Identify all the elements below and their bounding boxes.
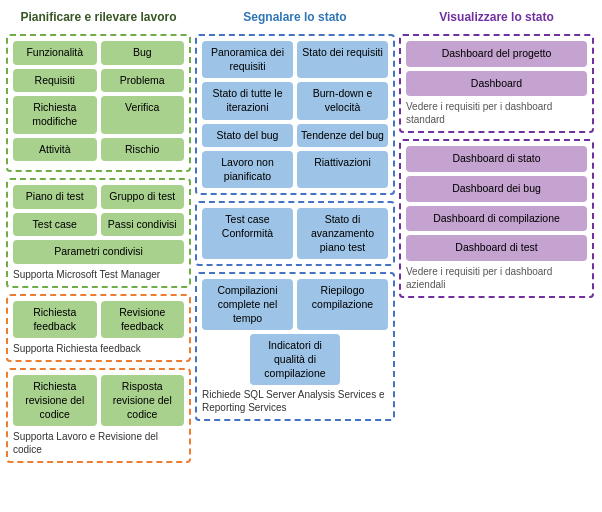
pill-dashboard[interactable]: Dashboard <box>406 71 587 97</box>
indicatori-wrapper: Indicatori di qualità di compilazione <box>202 334 388 385</box>
section-standard-dashboards: Dashboard del progetto Dashboard Vedere … <box>399 34 594 133</box>
pill-bug[interactable]: Bug <box>101 41 185 65</box>
section-test-reports: Test case Conformità Stato di avanzament… <box>195 201 395 266</box>
pill-parametri-condivisi[interactable]: Parametri condivisi <box>13 240 184 264</box>
pill-richiesta-modifiche[interactable]: Richiesta modifiche <box>13 96 97 133</box>
pill-test-case-conformita[interactable]: Test case Conformità <box>202 208 293 259</box>
pill-dashboard-progetto[interactable]: Dashboard del progetto <box>406 41 587 67</box>
col-visualizzare: Visualizzare lo stato Dashboard del prog… <box>399 6 594 469</box>
pill-attivita[interactable]: Attività <box>13 138 97 162</box>
build-reports-note: Richiede SQL Server Analysis Services e … <box>202 388 388 414</box>
col2-header: Segnalare lo stato <box>195 6 395 28</box>
test-reports-grid: Test case Conformità Stato di avanzament… <box>202 208 388 259</box>
section-work-items: Funzionalità Bug Requisiti Problema Rich… <box>6 34 191 172</box>
pill-problema[interactable]: Problema <box>101 69 185 93</box>
code-review-note: Supporta Lavoro e Revisione del codice <box>13 430 184 456</box>
feedback-grid: Richiesta feedback Revisione feedback <box>13 301 184 338</box>
build-reports-grid: Compilazioni complete nel tempo Riepilog… <box>202 279 388 330</box>
reports-grid: Panoramica dei requisiti Stato dei requi… <box>202 41 388 188</box>
section-test: Piano di test Gruppo di test Test case P… <box>6 178 191 288</box>
pill-stato-requisiti[interactable]: Stato dei requisiti <box>297 41 388 78</box>
pill-tendenze-bug[interactable]: Tendenze del bug <box>297 124 388 148</box>
code-review-grid: Richiesta revisione del codice Risposta … <box>13 375 184 426</box>
section-feedback: Richiesta feedback Revisione feedback Su… <box>6 294 191 362</box>
col1-header: Pianificare e rilevare lavoro <box>6 6 191 28</box>
business-dashboards-note: Vedere i requisiti per i dashboard azien… <box>406 265 587 291</box>
pill-requisiti[interactable]: Requisiti <box>13 69 97 93</box>
pill-panoramica-requisiti[interactable]: Panoramica dei requisiti <box>202 41 293 78</box>
pill-gruppo-di-test[interactable]: Gruppo di test <box>101 185 185 209</box>
test-note: Supporta Microsoft Test Manager <box>13 268 184 281</box>
pill-funzionalita[interactable]: Funzionalità <box>13 41 97 65</box>
col-pianificare: Pianificare e rilevare lavoro Funzionali… <box>6 6 191 469</box>
pill-stato-bug[interactable]: Stato del bug <box>202 124 293 148</box>
pill-burndown[interactable]: Burn-down e velocità <box>297 82 388 119</box>
pill-riattivazioni[interactable]: Riattivazioni <box>297 151 388 188</box>
pill-rischio[interactable]: Rischio <box>101 138 185 162</box>
pill-revisione-feedback[interactable]: Revisione feedback <box>101 301 185 338</box>
section-code-review: Richiesta revisione del codice Risposta … <box>6 368 191 463</box>
pill-compilazioni[interactable]: Compilazioni complete nel tempo <box>202 279 293 330</box>
test-grid: Piano di test Gruppo di test Test case P… <box>13 185 184 236</box>
pill-stato-iterazioni[interactable]: Stato di tutte le iterazioni <box>202 82 293 119</box>
standard-dashboards-note: Vedere i requisiti per i dashboard stand… <box>406 100 587 126</box>
pill-test-case[interactable]: Test case <box>13 213 97 237</box>
pill-dashboard-bug[interactable]: Dashboard dei bug <box>406 176 587 202</box>
work-items-grid: Funzionalità Bug Requisiti Problema Rich… <box>13 41 184 161</box>
test-single-grid: Parametri condivisi <box>13 240 184 264</box>
col3-header: Visualizzare lo stato <box>399 6 594 28</box>
section-reports: Panoramica dei requisiti Stato dei requi… <box>195 34 395 195</box>
pill-passi-condivisi[interactable]: Passi condivisi <box>101 213 185 237</box>
pill-richiesta-revisione[interactable]: Richiesta revisione del codice <box>13 375 97 426</box>
pill-lavoro-non-pianificato[interactable]: Lavoro non pianificato <box>202 151 293 188</box>
pill-piano-di-test[interactable]: Piano di test <box>13 185 97 209</box>
pill-verifica[interactable]: Verifica <box>101 96 185 133</box>
pill-riepilogo-compilazione[interactable]: Riepilogo compilazione <box>297 279 388 330</box>
col-segnalare: Segnalare lo stato Panoramica dei requis… <box>195 6 395 469</box>
pill-risposta-revisione[interactable]: Risposta revisione del codice <box>101 375 185 426</box>
section-build-reports: Compilazioni complete nel tempo Riepilog… <box>195 272 395 421</box>
section-business-dashboards: Dashboard di stato Dashboard dei bug Das… <box>399 139 594 298</box>
pill-dashboard-stato[interactable]: Dashboard di stato <box>406 146 587 172</box>
pill-richiesta-feedback[interactable]: Richiesta feedback <box>13 301 97 338</box>
pill-avanzamento-piano-test[interactable]: Stato di avanzamento piano test <box>297 208 388 259</box>
pill-dashboard-test[interactable]: Dashboard di test <box>406 235 587 261</box>
pill-indicatori-qualita[interactable]: Indicatori di qualità di compilazione <box>250 334 339 385</box>
feedback-note: Supporta Richiesta feedback <box>13 342 184 355</box>
pill-dashboard-compilazione[interactable]: Dashboard di compilazione <box>406 206 587 232</box>
